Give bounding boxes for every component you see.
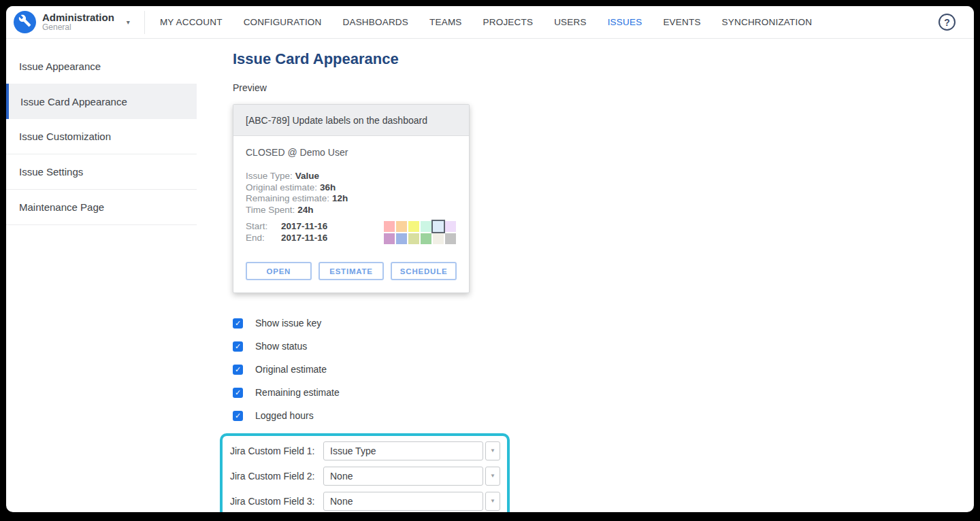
issue-field-issue-type: Issue Type:Value (246, 171, 457, 182)
chevron-down-icon: ▼ (490, 473, 495, 479)
color-swatch[interactable] (421, 233, 431, 244)
field-label: Original estimate: (246, 182, 317, 192)
checkbox-logged-hours[interactable]: ✓ Logged hours (233, 410, 974, 421)
app-title-block: Administration General (42, 12, 114, 33)
estimate-button[interactable]: ESTIMATE (318, 262, 385, 280)
issue-card-title: [ABC-789] Update labels on the dashboard (233, 105, 469, 136)
nav-item-dashboards[interactable]: DASHBOARDS (343, 17, 409, 27)
app-subtitle: General (42, 23, 114, 33)
sidebar-item-issue-appearance[interactable]: Issue Appearance (6, 48, 197, 84)
checkbox-label: Show status (255, 341, 307, 352)
custom-fields-highlight-box: Jira Custom Field 1: Issue Type ▼ Jira C… (220, 433, 510, 512)
color-swatch[interactable] (408, 221, 419, 232)
issue-card-body: CLOSED @ Demo User Issue Type:Value Orig… (233, 136, 469, 292)
start-label: Start: (246, 221, 281, 233)
wrench-icon (18, 14, 31, 30)
checkbox-label: Original estimate (255, 364, 327, 375)
end-date-line: End:2017-11-16 (246, 233, 327, 244)
color-swatch[interactable] (384, 233, 395, 244)
checkbox-label: Logged hours (255, 410, 314, 421)
custom-field-1-row: Jira Custom Field 1: Issue Type ▼ (230, 438, 500, 463)
issue-card-preview: [ABC-789] Update labels on the dashboard… (233, 104, 470, 293)
nav-item-projects[interactable]: PROJECTS (483, 17, 534, 27)
start-date-line: Start:2017-11-16 (246, 221, 327, 233)
field-label: Time Spent: (246, 205, 295, 215)
help-icon[interactable]: ? (938, 14, 956, 31)
nav-item-teams[interactable]: TEAMS (429, 17, 462, 27)
color-palette (384, 221, 456, 244)
custom-field-1-dropdown[interactable]: Issue Type (323, 441, 483, 460)
dates-and-palette: Start:2017-11-16 End:2017-11-16 (246, 221, 457, 244)
administration-logo[interactable] (14, 11, 36, 33)
color-swatch[interactable] (384, 221, 395, 232)
checkbox-checked-icon[interactable]: ✓ (233, 341, 243, 352)
checkbox-remaining-estimate[interactable]: ✓ Remaining estimate (233, 387, 974, 398)
issue-field-time-spent: Time Spent:24h (246, 205, 457, 216)
custom-field-2-label: Jira Custom Field 2: (230, 471, 323, 482)
checkbox-checked-icon[interactable]: ✓ (233, 318, 243, 329)
dropdown-caret-button[interactable]: ▼ (485, 441, 500, 460)
checkbox-checked-icon[interactable]: ✓ (233, 388, 243, 398)
dates-block: Start:2017-11-16 End:2017-11-16 (246, 221, 327, 244)
color-swatch-selected[interactable] (433, 221, 444, 232)
color-swatch[interactable] (396, 221, 407, 232)
checkbox-show-issue-key[interactable]: ✓ Show issue key (233, 318, 974, 329)
topbar-divider (144, 11, 145, 34)
app-switcher-caret-icon[interactable]: ▾ (127, 18, 130, 26)
custom-field-1-label: Jira Custom Field 1: (230, 446, 323, 456)
color-swatch[interactable] (408, 233, 419, 244)
nav-item-synchronization[interactable]: SYNCHRONIZATION (722, 17, 813, 27)
custom-field-3-row: Jira Custom Field 3: None ▼ (230, 488, 500, 512)
end-value: 2017-11-16 (281, 233, 327, 243)
field-label: Remaining estimate: (246, 193, 329, 203)
custom-field-3-label: Jira Custom Field 3: (230, 496, 323, 507)
nav-item-users[interactable]: USERS (554, 17, 587, 27)
schedule-button[interactable]: SCHEDULE (391, 262, 457, 280)
color-swatch[interactable] (396, 233, 407, 244)
nav-item-configuration[interactable]: CONFIGURATION (244, 17, 322, 27)
field-value: 36h (320, 182, 336, 192)
nav-item-my-account[interactable]: MY ACCOUNT (160, 17, 223, 27)
dropdown-caret-button[interactable]: ▼ (485, 467, 500, 486)
sidebar-item-maintenance-page[interactable]: Maintenance Page (6, 190, 197, 225)
checkbox-original-estimate[interactable]: ✓ Original estimate (233, 364, 974, 375)
top-navigation-bar: Administration General ▾ MY ACCOUNT CONF… (6, 6, 974, 39)
admin-window: Administration General ▾ MY ACCOUNT CONF… (6, 6, 974, 512)
color-swatch[interactable] (433, 233, 444, 244)
checkbox-show-status[interactable]: ✓ Show status (233, 341, 974, 352)
field-value: 24h (297, 205, 313, 215)
color-swatch[interactable] (445, 221, 456, 232)
issue-field-original-estimate: Original estimate:36h (246, 182, 457, 194)
field-value: Value (295, 171, 319, 181)
content-area: Issue Appearance Issue Card Appearance I… (6, 39, 974, 511)
issue-card-actions: OPEN ESTIMATE SCHEDULE (246, 262, 457, 280)
end-label: End: (246, 233, 281, 244)
issue-status-line: CLOSED @ Demo User (246, 147, 457, 158)
page-title: Issue Card Appearance (233, 50, 974, 68)
nav-item-events[interactable]: EVENTS (663, 17, 700, 27)
checkbox-label: Remaining estimate (255, 387, 340, 398)
chevron-down-icon: ▼ (490, 448, 495, 454)
open-button[interactable]: OPEN (246, 262, 312, 280)
chevron-down-icon: ▼ (490, 498, 495, 504)
sidebar-item-issue-customization[interactable]: Issue Customization (6, 119, 197, 154)
sidebar-item-issue-card-appearance[interactable]: Issue Card Appearance (6, 84, 197, 119)
settings-sidebar: Issue Appearance Issue Card Appearance I… (6, 39, 197, 511)
custom-field-2-row: Jira Custom Field 2: None ▼ (230, 463, 500, 488)
custom-field-3-dropdown[interactable]: None (323, 492, 483, 511)
preview-label: Preview (233, 82, 974, 93)
nav-item-issues[interactable]: ISSUES (608, 17, 642, 27)
sidebar-item-issue-settings[interactable]: Issue Settings (6, 154, 197, 190)
main-panel: Issue Card Appearance Preview [ABC-789] … (197, 39, 974, 511)
checkbox-label: Show issue key (255, 318, 321, 329)
field-label: Issue Type: (246, 171, 293, 181)
app-title: Administration (42, 12, 114, 23)
color-swatch[interactable] (445, 233, 456, 244)
dropdown-caret-button[interactable]: ▼ (485, 492, 500, 511)
field-value: 12h (332, 193, 348, 203)
custom-field-2-dropdown[interactable]: None (323, 467, 483, 486)
start-value: 2017-11-16 (281, 221, 327, 231)
color-swatch[interactable] (421, 221, 431, 232)
checkbox-checked-icon[interactable]: ✓ (233, 411, 243, 421)
checkbox-checked-icon[interactable]: ✓ (233, 365, 243, 375)
